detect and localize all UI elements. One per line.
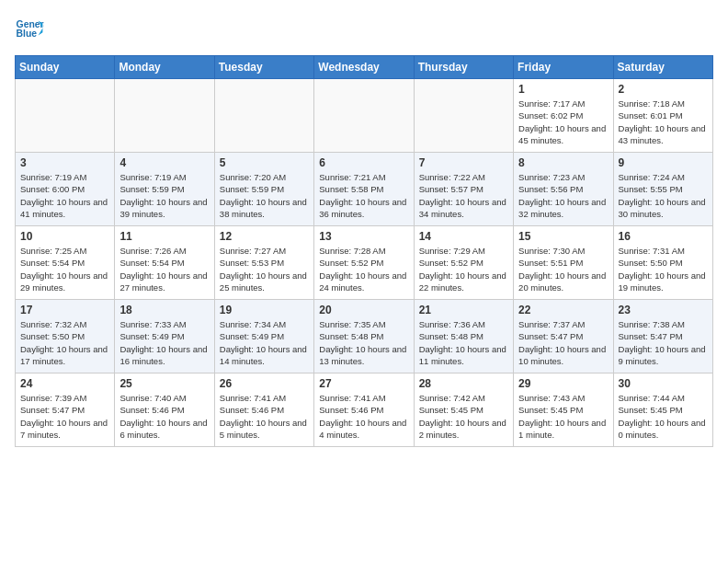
day-number: 1 <box>518 83 608 96</box>
calendar-table: SundayMondayTuesdayWednesdayThursdayFrid… <box>15 55 713 447</box>
day-number: 21 <box>419 304 508 316</box>
day-info: Sunrise: 7:29 AM Sunset: 5:52 PM Dayligh… <box>419 245 508 293</box>
calendar-cell: 1Sunrise: 7:17 AM Sunset: 6:02 PM Daylig… <box>514 79 613 153</box>
weekday-header-tuesday: Tuesday <box>214 56 313 79</box>
calendar-cell <box>314 79 414 153</box>
day-number: 26 <box>220 377 309 390</box>
calendar-cell: 26Sunrise: 7:41 AM Sunset: 5:46 PM Dayli… <box>214 373 313 447</box>
calendar-cell: 21Sunrise: 7:36 AM Sunset: 5:48 PM Dayli… <box>414 300 513 373</box>
weekday-header-friday: Friday <box>514 56 613 79</box>
day-number: 3 <box>20 156 109 169</box>
day-info: Sunrise: 7:38 AM Sunset: 5:47 PM Dayligh… <box>619 318 708 367</box>
day-info: Sunrise: 7:35 AM Sunset: 5:48 PM Dayligh… <box>319 318 408 367</box>
day-number: 10 <box>20 230 109 243</box>
calendar-cell: 12Sunrise: 7:27 AM Sunset: 5:53 PM Dayli… <box>214 226 313 300</box>
day-info: Sunrise: 7:20 AM Sunset: 5:59 PM Dayligh… <box>220 171 309 220</box>
calendar-cell: 23Sunrise: 7:38 AM Sunset: 5:47 PM Dayli… <box>613 300 712 373</box>
calendar-cell: 5Sunrise: 7:20 AM Sunset: 5:59 PM Daylig… <box>214 153 313 226</box>
day-info: Sunrise: 7:39 AM Sunset: 5:47 PM Dayligh… <box>20 392 109 441</box>
day-info: Sunrise: 7:44 AM Sunset: 5:45 PM Dayligh… <box>619 392 708 441</box>
day-info: Sunrise: 7:37 AM Sunset: 5:47 PM Dayligh… <box>518 318 608 367</box>
logo-icon: General Blue <box>15 15 44 44</box>
calendar-cell: 4Sunrise: 7:19 AM Sunset: 5:59 PM Daylig… <box>115 153 214 226</box>
logo: General Blue <box>15 15 44 44</box>
day-info: Sunrise: 7:30 AM Sunset: 5:51 PM Dayligh… <box>518 245 608 293</box>
day-number: 14 <box>419 230 508 243</box>
calendar-cell: 19Sunrise: 7:34 AM Sunset: 5:49 PM Dayli… <box>214 300 313 373</box>
day-info: Sunrise: 7:21 AM Sunset: 5:58 PM Dayligh… <box>319 171 408 220</box>
calendar-cell: 17Sunrise: 7:32 AM Sunset: 5:50 PM Dayli… <box>16 300 115 373</box>
calendar-cell: 27Sunrise: 7:41 AM Sunset: 5:46 PM Dayli… <box>314 373 414 447</box>
day-info: Sunrise: 7:28 AM Sunset: 5:52 PM Dayligh… <box>319 245 408 293</box>
day-number: 7 <box>419 156 508 169</box>
day-info: Sunrise: 7:25 AM Sunset: 5:54 PM Dayligh… <box>20 245 109 293</box>
day-number: 29 <box>518 377 608 390</box>
calendar-cell: 15Sunrise: 7:30 AM Sunset: 5:51 PM Dayli… <box>514 226 613 300</box>
day-number: 15 <box>518 230 608 243</box>
day-info: Sunrise: 7:22 AM Sunset: 5:57 PM Dayligh… <box>419 171 508 220</box>
day-info: Sunrise: 7:27 AM Sunset: 5:53 PM Dayligh… <box>220 245 309 293</box>
day-number: 22 <box>518 304 608 316</box>
day-number: 4 <box>119 156 209 169</box>
svg-text:Blue: Blue <box>17 29 38 39</box>
day-number: 5 <box>220 156 309 169</box>
weekday-header-saturday: Saturday <box>613 56 712 79</box>
day-number: 16 <box>619 230 708 243</box>
calendar-cell: 25Sunrise: 7:40 AM Sunset: 5:46 PM Dayli… <box>115 373 214 447</box>
calendar-cell: 3Sunrise: 7:19 AM Sunset: 6:00 PM Daylig… <box>16 153 115 226</box>
calendar-cell: 2Sunrise: 7:18 AM Sunset: 6:01 PM Daylig… <box>613 79 712 153</box>
day-number: 13 <box>319 230 408 243</box>
week-row-4: 17Sunrise: 7:32 AM Sunset: 5:50 PM Dayli… <box>16 300 713 373</box>
day-info: Sunrise: 7:18 AM Sunset: 6:01 PM Dayligh… <box>619 98 708 146</box>
week-row-2: 3Sunrise: 7:19 AM Sunset: 6:00 PM Daylig… <box>16 153 713 226</box>
day-info: Sunrise: 7:43 AM Sunset: 5:45 PM Dayligh… <box>518 392 608 441</box>
weekday-header-thursday: Thursday <box>414 56 513 79</box>
week-row-1: 1Sunrise: 7:17 AM Sunset: 6:02 PM Daylig… <box>16 79 713 153</box>
day-number: 18 <box>119 304 209 316</box>
day-info: Sunrise: 7:31 AM Sunset: 5:50 PM Dayligh… <box>619 245 708 293</box>
day-info: Sunrise: 7:26 AM Sunset: 5:54 PM Dayligh… <box>119 245 209 293</box>
calendar-cell: 16Sunrise: 7:31 AM Sunset: 5:50 PM Dayli… <box>613 226 712 300</box>
day-info: Sunrise: 7:41 AM Sunset: 5:46 PM Dayligh… <box>319 392 408 441</box>
day-number: 25 <box>119 377 209 390</box>
day-number: 17 <box>20 304 109 316</box>
page-header: General Blue <box>15 15 713 44</box>
day-number: 23 <box>619 304 708 316</box>
weekday-header-monday: Monday <box>115 56 214 79</box>
calendar-cell: 30Sunrise: 7:44 AM Sunset: 5:45 PM Dayli… <box>613 373 712 447</box>
calendar-cell: 29Sunrise: 7:43 AM Sunset: 5:45 PM Dayli… <box>514 373 613 447</box>
day-info: Sunrise: 7:33 AM Sunset: 5:49 PM Dayligh… <box>119 318 209 367</box>
calendar-cell <box>16 79 115 153</box>
weekday-header-sunday: Sunday <box>16 56 115 79</box>
day-info: Sunrise: 7:24 AM Sunset: 5:55 PM Dayligh… <box>619 171 708 220</box>
calendar-cell <box>214 79 313 153</box>
day-info: Sunrise: 7:23 AM Sunset: 5:56 PM Dayligh… <box>518 171 608 220</box>
day-info: Sunrise: 7:32 AM Sunset: 5:50 PM Dayligh… <box>20 318 109 367</box>
calendar-cell: 10Sunrise: 7:25 AM Sunset: 5:54 PM Dayli… <box>16 226 115 300</box>
day-info: Sunrise: 7:34 AM Sunset: 5:49 PM Dayligh… <box>220 318 309 367</box>
calendar-cell: 9Sunrise: 7:24 AM Sunset: 5:55 PM Daylig… <box>613 153 712 226</box>
day-info: Sunrise: 7:42 AM Sunset: 5:45 PM Dayligh… <box>419 392 508 441</box>
day-number: 6 <box>319 156 408 169</box>
day-info: Sunrise: 7:19 AM Sunset: 5:59 PM Dayligh… <box>119 171 209 220</box>
calendar-cell <box>115 79 214 153</box>
calendar-cell: 20Sunrise: 7:35 AM Sunset: 5:48 PM Dayli… <box>314 300 414 373</box>
week-row-5: 24Sunrise: 7:39 AM Sunset: 5:47 PM Dayli… <box>16 373 713 447</box>
calendar-cell: 28Sunrise: 7:42 AM Sunset: 5:45 PM Dayli… <box>414 373 513 447</box>
calendar-cell: 22Sunrise: 7:37 AM Sunset: 5:47 PM Dayli… <box>514 300 613 373</box>
day-info: Sunrise: 7:36 AM Sunset: 5:48 PM Dayligh… <box>419 318 508 367</box>
day-info: Sunrise: 7:40 AM Sunset: 5:46 PM Dayligh… <box>119 392 209 441</box>
calendar-cell: 24Sunrise: 7:39 AM Sunset: 5:47 PM Dayli… <box>16 373 115 447</box>
calendar-cell: 8Sunrise: 7:23 AM Sunset: 5:56 PM Daylig… <box>514 153 613 226</box>
calendar-cell: 13Sunrise: 7:28 AM Sunset: 5:52 PM Dayli… <box>314 226 414 300</box>
day-number: 12 <box>220 230 309 243</box>
calendar-cell <box>414 79 513 153</box>
calendar-cell: 6Sunrise: 7:21 AM Sunset: 5:58 PM Daylig… <box>314 153 414 226</box>
day-number: 30 <box>619 377 708 390</box>
week-row-3: 10Sunrise: 7:25 AM Sunset: 5:54 PM Dayli… <box>16 226 713 300</box>
day-number: 11 <box>119 230 209 243</box>
calendar-cell: 11Sunrise: 7:26 AM Sunset: 5:54 PM Dayli… <box>115 226 214 300</box>
day-number: 27 <box>319 377 408 390</box>
day-number: 19 <box>220 304 309 316</box>
day-info: Sunrise: 7:19 AM Sunset: 6:00 PM Dayligh… <box>20 171 109 220</box>
